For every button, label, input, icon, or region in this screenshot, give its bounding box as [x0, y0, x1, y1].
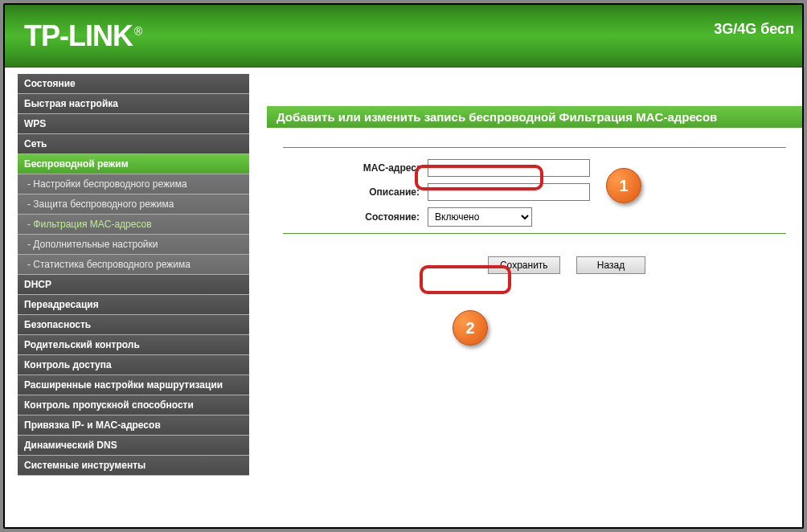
sidebar-item-12[interactable]: Безопасность [18, 315, 249, 335]
sidebar-item-10[interactable]: DHCP [18, 275, 249, 295]
sidebar-item-11[interactable]: Переадресация [18, 295, 249, 315]
sidebar-item-15[interactable]: Расширенные настройки маршрутизации [18, 375, 249, 395]
sidebar-item-1[interactable]: Быстрая настройка [18, 94, 249, 114]
divider [283, 147, 786, 148]
sidebar-item-17[interactable]: Привязка IP- и MAC-адресов [18, 415, 249, 436]
brand-text: TP-LINK [24, 19, 133, 52]
banner-product-text: 3G/4G бесп [714, 21, 794, 38]
brand-reg: ® [134, 25, 141, 38]
page-title: Добавить или изменить запись беспроводно… [267, 106, 802, 128]
sidebar-item-18[interactable]: Динамический DNS [18, 436, 249, 456]
sidebar-item-13[interactable]: Родительский контроль [18, 335, 249, 355]
sidebar-item-5[interactable]: - Настройки беспроводного режима [18, 174, 249, 194]
sidebar-item-4[interactable]: Беспроводной режим [18, 154, 249, 174]
callout-step-2: 2 [453, 310, 488, 346]
main-panel: Добавить или изменить запись беспроводно… [267, 74, 802, 274]
description-input[interactable] [428, 183, 590, 201]
mac-label: MAC-адрес: [283, 162, 428, 174]
brand-logo: TP-LINK® [24, 19, 141, 53]
status-label: Состояние: [283, 211, 428, 223]
content-area: СостояниеБыстрая настройкаWPSСетьБеспров… [18, 74, 802, 527]
save-button[interactable]: Сохранить [488, 256, 560, 274]
description-label: Описание: [283, 186, 428, 198]
sidebar-item-19[interactable]: Системные инструменты [18, 456, 249, 476]
sidebar-item-6[interactable]: - Защита беспроводного режима [18, 194, 249, 215]
callout-step-1: 1 [606, 168, 641, 203]
sidebar-item-7[interactable]: - Фильтрация MAC-адресов [18, 215, 249, 235]
mac-input[interactable] [428, 159, 590, 177]
divider [283, 233, 786, 234]
status-select[interactable]: ВключеноОтключено [428, 207, 532, 227]
sidebar-item-0[interactable]: Состояние [18, 74, 249, 94]
header-banner: TP-LINK® 3G/4G бесп [5, 5, 802, 68]
sidebar-item-9[interactable]: - Статистика беспроводного режима [18, 255, 249, 275]
sidebar-item-2[interactable]: WPS [18, 114, 249, 134]
sidebar-item-3[interactable]: Сеть [18, 134, 249, 154]
sidebar-item-16[interactable]: Контроль пропускной способности [18, 395, 249, 415]
sidebar-item-8[interactable]: - Дополнительные настройки [18, 235, 249, 255]
back-button[interactable]: Назад [576, 256, 645, 274]
sidebar-nav: СостояниеБыстрая настройкаWPSСетьБеспров… [18, 74, 249, 476]
sidebar-item-14[interactable]: Контроль доступа [18, 355, 249, 375]
